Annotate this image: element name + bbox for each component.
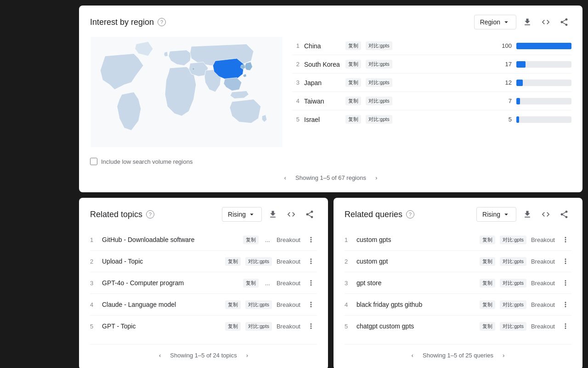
tag-button[interactable]: 对比:gpts: [500, 279, 526, 288]
next-page-button[interactable]: ›: [372, 172, 381, 183]
more-options-button[interactable]: [560, 277, 571, 289]
download-button[interactable]: [520, 15, 535, 29]
checkbox-label[interactable]: Include low search volume regions: [101, 158, 192, 165]
queries-header-actions: Rising: [476, 207, 571, 222]
topics-share-button[interactable]: [302, 207, 317, 222]
tag-button[interactable]: 复制: [480, 300, 495, 309]
tag-button[interactable]: 对比:gpts: [366, 41, 392, 50]
topics-help-icon[interactable]: ?: [146, 210, 154, 218]
topics-embed-button[interactable]: [284, 207, 299, 222]
tag-button[interactable]: 复制: [243, 236, 259, 244]
item-name: GitHub - Downloadable software: [102, 236, 238, 243]
table-row: 1 China 复制对比:gpts 100: [292, 37, 571, 55]
tag-button[interactable]: 复制: [345, 115, 361, 124]
world-map-svg: [90, 37, 283, 147]
more-options-button[interactable]: [305, 277, 317, 289]
bar-container: [516, 43, 571, 49]
help-icon[interactable]: ?: [158, 18, 166, 26]
item-status: Breakout: [277, 323, 300, 330]
more-options-button[interactable]: [305, 234, 317, 246]
tag-button[interactable]: 复制: [225, 300, 241, 309]
queries-prev-button[interactable]: ‹: [408, 350, 417, 361]
row-name: South Korea: [304, 61, 341, 68]
tag-button[interactable]: 对比:gpts: [245, 322, 272, 331]
bar-fill: [516, 43, 571, 49]
region-dropdown[interactable]: Region: [474, 15, 516, 29]
share-button[interactable]: [557, 15, 571, 29]
topics-title: Related topics: [90, 210, 142, 219]
more-options-button[interactable]: [305, 320, 317, 332]
item-name: GPT - Topic: [102, 322, 220, 330]
tag-button[interactable]: 对比:gpts: [500, 257, 526, 266]
download-icon: [268, 210, 277, 219]
tag-button[interactable]: 复制: [480, 279, 495, 288]
topics-dropdown[interactable]: Rising: [222, 207, 262, 222]
tag-button[interactable]: 复制: [225, 322, 241, 331]
queries-embed-button[interactable]: [538, 207, 553, 222]
item-name: chatgpt custom gpts: [356, 322, 475, 330]
share-icon: [560, 17, 569, 27]
bar-fill: [516, 98, 520, 104]
topics-header-actions: Rising: [222, 207, 317, 222]
ellipsis-button[interactable]: ...: [263, 236, 272, 244]
tag-button[interactable]: 对比:gpts: [245, 300, 272, 309]
tag-button[interactable]: 复制: [243, 279, 259, 288]
queries-dropdown[interactable]: Rising: [476, 207, 516, 222]
item-number: 2: [90, 258, 97, 265]
tag-button[interactable]: 复制: [345, 60, 361, 69]
more-options-button[interactable]: [560, 299, 571, 310]
tag-button[interactable]: 复制: [480, 322, 495, 331]
embed-button[interactable]: [538, 15, 553, 29]
prev-page-button[interactable]: ‹: [281, 172, 290, 183]
row-number: 5: [292, 116, 300, 123]
row-number: 3: [292, 79, 300, 86]
row-score: 17: [499, 61, 512, 68]
tag-button[interactable]: 对比:gpts: [500, 236, 526, 244]
row-name: China: [304, 42, 341, 50]
topics-next-button[interactable]: ›: [243, 350, 252, 361]
row-name: Taiwan: [304, 98, 341, 105]
tag-button[interactable]: 复制: [345, 97, 361, 105]
list-item: 3 GPT-4o - Computer program 复制 ... Break…: [90, 272, 317, 294]
more-options-button[interactable]: [560, 234, 571, 246]
queries-card-header: Related queries ? Rising: [345, 207, 571, 222]
list-item: 1 custom gpts 复制对比:gpts Breakout: [345, 229, 571, 251]
download-icon: [523, 210, 532, 219]
topics-download-button[interactable]: [266, 207, 280, 222]
tag-button[interactable]: 对比:gpts: [366, 78, 392, 87]
checkbox-row: Include low search volume regions: [90, 158, 283, 165]
tag-button[interactable]: 对比:gpts: [500, 322, 526, 331]
tag-button[interactable]: 复制: [480, 236, 495, 244]
pagination-text: Showing 1–5 of 67 regions: [295, 174, 366, 181]
more-options-button[interactable]: [305, 299, 317, 310]
tag-button[interactable]: 对比:gpts: [500, 300, 526, 309]
tag-button[interactable]: 复制: [345, 41, 361, 50]
tag-button[interactable]: 复制: [345, 78, 361, 87]
tag-button[interactable]: 对比:gpts: [245, 257, 272, 266]
related-queries-card: Related queries ? Rising: [334, 198, 582, 368]
list-item: 5 GPT - Topic 复制对比:gpts Breakout: [90, 316, 317, 337]
table-row: 2 South Korea 复制对比:gpts 17: [292, 55, 571, 74]
queries-download-button[interactable]: [520, 207, 535, 222]
ellipsis-button[interactable]: ...: [263, 279, 272, 288]
map-container: Include low search volume regions: [90, 37, 283, 165]
more-options-button[interactable]: [560, 320, 571, 332]
more-options-button[interactable]: [305, 255, 317, 267]
topics-prev-button[interactable]: ‹: [155, 350, 164, 361]
region-table: 1 China 复制对比:gpts 100 2 South Korea 复制对比…: [292, 37, 571, 128]
topics-card-title: Related topics ?: [90, 210, 154, 219]
tag-button[interactable]: 对比:gpts: [366, 115, 392, 124]
more-options-button[interactable]: [560, 255, 571, 267]
tag-button[interactable]: 复制: [480, 257, 495, 266]
low-volume-checkbox[interactable]: [90, 158, 97, 165]
item-status: Breakout: [531, 301, 555, 308]
tag-button[interactable]: 对比:gpts: [366, 60, 392, 69]
queries-help-icon[interactable]: ?: [406, 210, 414, 218]
queries-next-button[interactable]: ›: [499, 350, 508, 361]
tag-button[interactable]: 复制: [225, 257, 241, 266]
queries-share-button[interactable]: [557, 207, 571, 222]
bar-fill: [516, 116, 519, 123]
list-item: 1 GitHub - Downloadable software 复制 ... …: [90, 229, 317, 251]
tag-button[interactable]: 对比:gpts: [366, 97, 392, 105]
item-number: 5: [345, 323, 352, 330]
